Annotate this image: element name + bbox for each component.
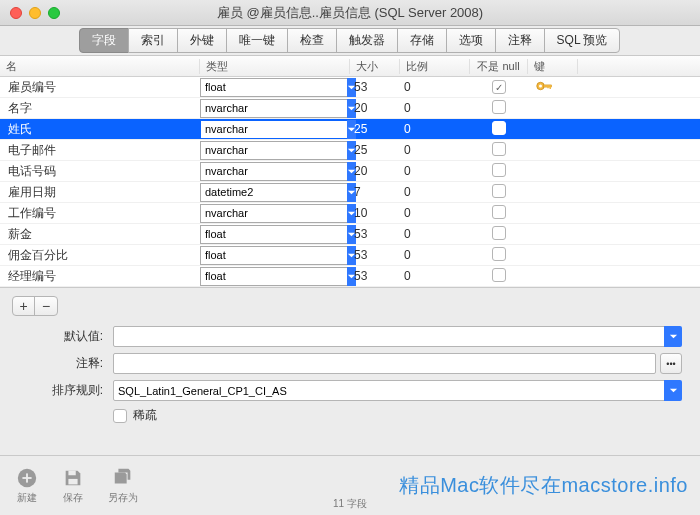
save-icon [62, 467, 84, 489]
tab-bar: 字段索引外键唯一键检查触发器存储选项注释SQL 预览 [0, 26, 700, 56]
field-name[interactable]: 电子邮件 [0, 142, 200, 159]
table-row[interactable]: 电子邮件250 [0, 140, 700, 161]
field-properties-form: 默认值: 注释: ••• 排序规则: 稀疏 [0, 324, 700, 440]
default-dropdown-icon[interactable] [664, 326, 682, 347]
notnull-checkbox[interactable] [492, 226, 506, 240]
comment-label: 注释: [18, 355, 113, 372]
field-size[interactable]: 53 [350, 248, 400, 262]
table-row[interactable]: 薪金530 [0, 224, 700, 245]
saveas-button[interactable]: 另存为 [108, 467, 138, 505]
notnull-checkbox[interactable] [492, 163, 506, 177]
notnull-checkbox[interactable] [492, 121, 506, 135]
type-input[interactable] [200, 99, 347, 118]
type-input[interactable] [200, 78, 347, 97]
notnull-checkbox[interactable] [492, 205, 506, 219]
field-scale[interactable]: 0 [400, 185, 470, 199]
field-size[interactable]: 20 [350, 101, 400, 115]
field-scale[interactable]: 0 [400, 227, 470, 241]
field-size[interactable]: 53 [350, 80, 400, 94]
field-name[interactable]: 经理编号 [0, 268, 200, 285]
default-label: 默认值: [18, 328, 113, 345]
field-scale[interactable]: 0 [400, 122, 470, 136]
field-size[interactable]: 25 [350, 122, 400, 136]
tab-2[interactable]: 外键 [177, 28, 227, 53]
svg-rect-7 [22, 477, 31, 479]
field-name[interactable]: 佣金百分比 [0, 247, 200, 264]
notnull-checkbox[interactable] [492, 268, 506, 282]
notnull-checkbox[interactable] [492, 80, 506, 94]
collation-input[interactable] [113, 380, 666, 401]
svg-rect-9 [68, 478, 77, 484]
col-size[interactable]: 大小 [350, 59, 400, 74]
col-notnull[interactable]: 不是 null [470, 59, 528, 74]
col-scale[interactable]: 比例 [400, 59, 470, 74]
titlebar: 雇员 @雇员信息..雇员信息 (SQL Server 2008) [0, 0, 700, 26]
tab-8[interactable]: 注释 [495, 28, 545, 53]
notnull-checkbox[interactable] [492, 247, 506, 261]
collation-dropdown-icon[interactable] [664, 380, 682, 401]
tab-0[interactable]: 字段 [79, 28, 129, 53]
default-input[interactable] [113, 326, 666, 347]
table-row[interactable]: 姓氏250 [0, 119, 700, 140]
field-size[interactable]: 25 [350, 143, 400, 157]
type-input[interactable] [200, 162, 347, 181]
field-name[interactable]: 薪金 [0, 226, 200, 243]
table-row[interactable]: 电话号码200 [0, 161, 700, 182]
tab-9[interactable]: SQL 预览 [544, 28, 621, 53]
type-input[interactable] [200, 246, 347, 265]
table-row[interactable]: 名字200 [0, 98, 700, 119]
table-row[interactable]: 经理编号530 [0, 266, 700, 287]
notnull-checkbox[interactable] [492, 100, 506, 114]
table-row[interactable]: 佣金百分比530 [0, 245, 700, 266]
field-scale[interactable]: 0 [400, 143, 470, 157]
key-cell[interactable] [528, 80, 578, 95]
field-size[interactable]: 7 [350, 185, 400, 199]
field-scale[interactable]: 0 [400, 206, 470, 220]
field-name[interactable]: 工作编号 [0, 205, 200, 222]
field-name[interactable]: 名字 [0, 100, 200, 117]
table-row[interactable]: 雇员编号530 [0, 77, 700, 98]
sparse-label: 稀疏 [133, 407, 157, 424]
field-name[interactable]: 雇用日期 [0, 184, 200, 201]
type-input[interactable] [200, 183, 347, 202]
type-input[interactable] [200, 204, 347, 223]
type-input[interactable] [200, 141, 347, 160]
saveas-icon [112, 467, 134, 489]
field-name[interactable]: 姓氏 [0, 121, 200, 138]
field-name[interactable]: 雇员编号 [0, 79, 200, 96]
type-input[interactable] [200, 225, 347, 244]
notnull-checkbox[interactable] [492, 184, 506, 198]
col-name[interactable]: 名 [0, 59, 200, 74]
field-scale[interactable]: 0 [400, 101, 470, 115]
type-input[interactable] [200, 120, 347, 139]
notnull-checkbox[interactable] [492, 142, 506, 156]
table-row[interactable]: 雇用日期70 [0, 182, 700, 203]
type-input[interactable] [200, 267, 347, 286]
field-size[interactable]: 10 [350, 206, 400, 220]
field-scale[interactable]: 0 [400, 269, 470, 283]
field-scale[interactable]: 0 [400, 248, 470, 262]
remove-field-button[interactable]: − [35, 297, 57, 315]
field-name[interactable]: 电话号码 [0, 163, 200, 180]
tab-5[interactable]: 触发器 [336, 28, 398, 53]
tab-1[interactable]: 索引 [128, 28, 178, 53]
field-size[interactable]: 53 [350, 227, 400, 241]
col-key[interactable]: 键 [528, 59, 578, 74]
tab-4[interactable]: 检查 [287, 28, 337, 53]
field-size[interactable]: 20 [350, 164, 400, 178]
tab-6[interactable]: 存储 [397, 28, 447, 53]
new-button[interactable]: 新建 [16, 467, 38, 505]
tab-7[interactable]: 选项 [446, 28, 496, 53]
field-scale[interactable]: 0 [400, 164, 470, 178]
watermark-text: 精品Mac软件尽在macstore.info [399, 472, 688, 499]
col-type[interactable]: 类型 [200, 59, 350, 74]
comment-input[interactable] [113, 353, 656, 374]
save-button[interactable]: 保存 [62, 467, 84, 505]
field-scale[interactable]: 0 [400, 80, 470, 94]
table-row[interactable]: 工作编号100 [0, 203, 700, 224]
tab-3[interactable]: 唯一键 [226, 28, 288, 53]
add-field-button[interactable]: + [13, 297, 35, 315]
field-size[interactable]: 53 [350, 269, 400, 283]
sparse-checkbox[interactable] [113, 409, 127, 423]
comment-more-button[interactable]: ••• [660, 353, 682, 374]
